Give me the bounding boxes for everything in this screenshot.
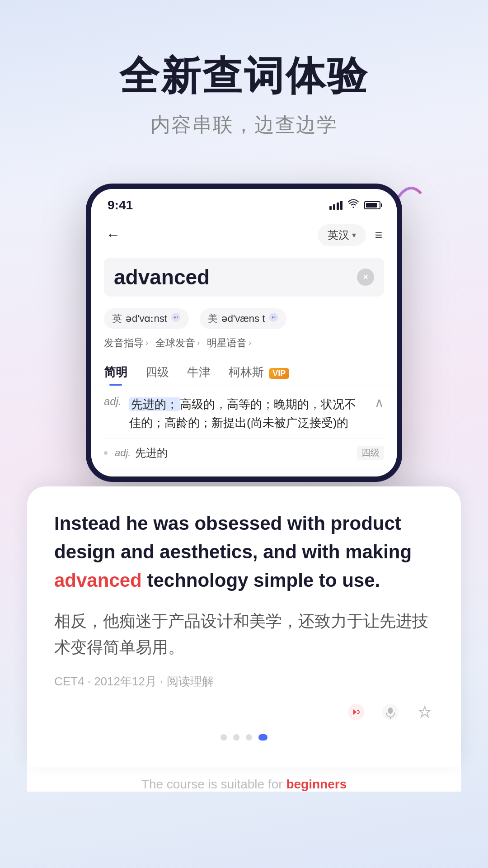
definition-text: 先进的；高级的，高等的；晚期的，状况不佳的；高龄的；新提出(尚未被广泛接受)的 — [129, 395, 364, 433]
tab-oxford-label: 牛津 — [187, 365, 211, 379]
pos-label: adj. — [104, 395, 122, 408]
definition-section: adj. 先进的；高级的，高等的；晚期的，状况不佳的；高龄的；新提出(尚未被广泛… — [91, 386, 397, 476]
dict-tabs: 简明 四级 牛津 柯林斯 VIP — [91, 357, 397, 386]
example-card: Instead he was obsessed with product des… — [27, 486, 461, 768]
sub-definition-text: 先进的 — [135, 446, 357, 460]
star-pron-link[interactable]: 明星语音 › — [207, 336, 251, 350]
wifi-icon — [348, 199, 359, 211]
star-action-icon[interactable] — [416, 703, 434, 725]
search-bar[interactable]: advanced × — [104, 258, 384, 297]
global-pron-label: 全球发音 — [155, 336, 195, 350]
star-pron-label: 明星语音 — [207, 336, 247, 350]
main-definition-row: adj. 先进的；高级的，高等的；晚期的，状况不佳的；高龄的；新提出(尚未被广泛… — [104, 395, 384, 433]
tab-concise[interactable]: 简明 — [104, 364, 127, 386]
us-speaker-icon — [268, 312, 278, 325]
search-word-display: advanced — [114, 265, 357, 289]
pron-guide-link[interactable]: 发音指导 › — [104, 336, 148, 350]
us-ipa: əd'væns t — [221, 313, 265, 325]
expand-icon[interactable]: ∧ — [375, 395, 384, 410]
peek-highlight: beginners — [286, 777, 347, 791]
back-button[interactable]: ← — [106, 226, 120, 243]
dot-2 — [233, 734, 239, 741]
header-section: 全新查词体验 内容串联，边查边学 — [0, 0, 488, 165]
highlighted-def: 先进的； — [129, 397, 180, 411]
dot-1 — [221, 734, 227, 741]
status-icons — [329, 199, 380, 211]
chevron-down-icon: ▾ — [352, 230, 356, 240]
app-nav: ← 英汉 ▾ ≡ — [91, 217, 397, 253]
tab-concise-label: 简明 — [104, 365, 127, 379]
speaker-action-icon[interactable] — [347, 703, 365, 725]
settings-icon[interactable]: ≡ — [375, 228, 382, 242]
page-subtitle: 内容串联，边查边学 — [27, 112, 461, 138]
status-bar: 9:41 — [91, 189, 397, 217]
chevron-right-icon-2: › — [197, 338, 200, 348]
tab-cet4-label: 四级 — [145, 365, 169, 379]
svg-rect-4 — [388, 708, 393, 714]
page-title: 全新查词体验 — [27, 54, 461, 98]
example-after: technology simple to use. — [142, 570, 380, 591]
peek-text: The course is suitable for beginners — [54, 777, 434, 792]
vip-badge: VIP — [269, 368, 289, 379]
level-badge: 四级 — [357, 446, 384, 460]
sub-definition-row: adj. 先进的 四级 — [104, 438, 384, 467]
example-chinese: 相反，他痴迷于产品设计和美学，还致力于让先进技术变得简单易用。 — [54, 608, 434, 660]
uk-ipa: əd'vɑːnst — [126, 313, 167, 325]
mic-action-icon[interactable] — [381, 703, 399, 725]
phone-mockup: 9:41 — [86, 184, 402, 482]
chevron-right-icon-3: › — [249, 338, 251, 348]
status-time: 9:41 — [108, 198, 133, 212]
us-pronunciation[interactable]: 美 əd'væns t — [200, 308, 286, 329]
close-icon: × — [363, 272, 368, 282]
signal-icon — [329, 201, 343, 210]
dict-selector-button[interactable]: 英汉 ▾ — [318, 224, 366, 246]
us-label: 美 — [208, 312, 218, 326]
tab-oxford[interactable]: 牛津 — [187, 364, 211, 386]
uk-label: 英 — [112, 312, 122, 326]
phone-container: 9:41 — [0, 184, 488, 482]
svg-marker-6 — [419, 707, 430, 717]
example-before: Instead he was obsessed with product des… — [54, 513, 412, 562]
bullet-icon — [104, 451, 108, 455]
example-meta: CET4 · 2012年12月 · 阅读理解 — [54, 674, 434, 689]
bottom-peek: The course is suitable for beginners — [27, 768, 461, 792]
pron-links: 发音指导 › 全球发音 › 明星语音 › — [91, 336, 397, 357]
dict-selector-label: 英汉 — [328, 228, 349, 242]
uk-speaker-icon — [171, 312, 181, 325]
pagination-dots — [54, 725, 434, 750]
search-clear-button[interactable]: × — [357, 269, 374, 286]
example-highlight: advanced — [54, 570, 142, 591]
tab-cet4[interactable]: 四级 — [145, 364, 169, 386]
example-english: Instead he was obsessed with product des… — [54, 509, 434, 594]
pronunciation-section: 英 əd'vɑːnst 美 əd'væns t — [91, 301, 397, 329]
nav-right: 英汉 ▾ ≡ — [318, 224, 382, 246]
tab-collins[interactable]: 柯林斯 VIP — [229, 364, 289, 386]
pron-guide-label: 发音指导 — [104, 336, 144, 350]
battery-icon — [364, 201, 380, 209]
tab-collins-label: 柯林斯 — [229, 365, 264, 379]
example-actions — [54, 703, 434, 725]
uk-pronunciation[interactable]: 英 əd'vɑːnst — [104, 308, 189, 329]
chevron-right-icon: › — [145, 338, 148, 348]
page-wrapper: 全新查词体验 内容串联，边查边学 9:41 — [0, 0, 488, 868]
pron-row: 英 əd'vɑːnst 美 əd'væns t — [104, 308, 384, 329]
sub-pos-label: adj. — [115, 447, 131, 459]
dot-3 — [246, 734, 252, 741]
dot-4 — [258, 734, 267, 741]
global-pron-link[interactable]: 全球发音 › — [155, 336, 200, 350]
